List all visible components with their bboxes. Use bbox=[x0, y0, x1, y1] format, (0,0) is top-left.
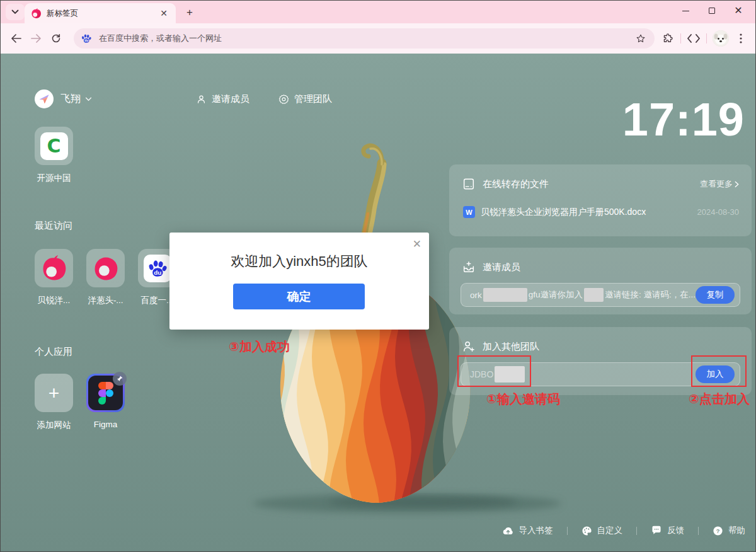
svg-text:du: du bbox=[84, 39, 88, 42]
chevron-right-icon bbox=[735, 181, 739, 188]
address-bar[interactable]: du 在百度中搜索，或者输入一个网址 bbox=[74, 28, 655, 49]
window-minimize-button[interactable] bbox=[672, 1, 699, 20]
paper-plane-logo-icon bbox=[38, 93, 50, 105]
reload-button[interactable] bbox=[46, 28, 66, 49]
team-header: 飞翔 邀请成员 管理团队 bbox=[35, 89, 332, 108]
pushpin-icon bbox=[116, 375, 123, 382]
maximize-icon bbox=[709, 8, 715, 14]
code-brackets-icon bbox=[687, 34, 700, 43]
tab-new-tab-page[interactable]: 新标签页 ✕ bbox=[25, 3, 176, 23]
footer-label: 反馈 bbox=[667, 525, 684, 536]
personal-section-title: 个人应用 bbox=[35, 346, 72, 358]
minimize-icon bbox=[682, 11, 689, 11]
file-name: 贝锐洋葱头企业浏览器用户手册500K.docx bbox=[481, 207, 697, 218]
window-controls: ✕ bbox=[672, 1, 752, 21]
manage-team-label: 管理团队 bbox=[294, 93, 332, 105]
modal-close-icon[interactable]: ✕ bbox=[413, 238, 421, 251]
profile-avatar[interactable] bbox=[713, 30, 729, 47]
feedback-button[interactable]: 反馈 bbox=[651, 525, 684, 536]
word-doc-icon: W bbox=[463, 206, 475, 218]
invite-link-text: orkgfu邀请你加入邀请链接: 邀请码:，在... bbox=[470, 288, 696, 302]
svg-text:du: du bbox=[154, 268, 161, 275]
app-label: 添加网站 bbox=[35, 420, 73, 431]
arrow-right-icon bbox=[31, 34, 42, 43]
invite-link-field[interactable]: orkgfu邀请你加入邀请链接: 邀请码:，在... 复制 bbox=[461, 283, 740, 307]
extensions-button[interactable] bbox=[658, 29, 677, 48]
chevron-down-icon bbox=[11, 9, 19, 14]
file-row[interactable]: W 贝锐洋葱头企业浏览器用户手册500K.docx 2024-08-30 bbox=[449, 191, 752, 218]
app-tile-onion[interactable]: 洋葱头-... bbox=[86, 249, 125, 306]
bookmark-star-icon[interactable] bbox=[633, 31, 648, 46]
manage-team-button[interactable]: 管理团队 bbox=[278, 93, 332, 105]
modal-title: 欢迎加入yinxh5的团队 bbox=[169, 252, 429, 271]
inbox-plus-icon bbox=[462, 260, 476, 274]
customize-button[interactable]: 自定义 bbox=[581, 525, 623, 536]
figma-logo-icon bbox=[98, 382, 113, 405]
copy-button[interactable]: 复制 bbox=[696, 286, 735, 304]
new-tab-page: 飞翔 邀请成员 管理团队 17:19 C 开源中国 最近访问 bbox=[1, 54, 755, 551]
footer-label: 导入书签 bbox=[519, 525, 553, 536]
panel-title: 加入其他团队 bbox=[483, 341, 739, 353]
cloud-upload-icon bbox=[502, 526, 514, 536]
team-name[interactable]: 飞翔 bbox=[60, 93, 81, 106]
chat-bubble-icon bbox=[651, 526, 662, 536]
redaction-block bbox=[584, 288, 604, 302]
invite-members-panel: 邀请成员 orkgfu邀请你加入邀请链接: 邀请码:，在... 复制 bbox=[449, 248, 752, 314]
tab-title: 新标签页 bbox=[47, 8, 158, 19]
forward-button[interactable] bbox=[26, 28, 46, 49]
redaction-block bbox=[483, 288, 527, 302]
tab-close-icon[interactable]: ✕ bbox=[158, 8, 169, 19]
recent-section-title: 最近访问 bbox=[35, 220, 72, 232]
window-maximize-button[interactable] bbox=[699, 1, 725, 20]
app-label: 开源中国 bbox=[35, 173, 73, 184]
annotation-step2: ②点击加入 bbox=[689, 391, 750, 408]
online-files-panel: 在线转存的文件 查看更多 W 贝锐洋葱头企业浏览器用户手册500K.docx 2… bbox=[449, 164, 752, 236]
gear-icon bbox=[278, 94, 289, 105]
team-avatar[interactable] bbox=[35, 89, 54, 108]
modal-ok-button[interactable]: 确定 bbox=[233, 284, 365, 309]
invite-members-button[interactable]: 邀请成员 bbox=[196, 93, 249, 105]
footer-links: 导入书签 自定义 反馈 ? 帮助 bbox=[502, 525, 746, 536]
view-more-link[interactable]: 查看更多 bbox=[700, 178, 739, 190]
invite-code-value: JDBO bbox=[470, 366, 525, 382]
new-tab-button[interactable]: + bbox=[182, 5, 197, 20]
onion-favicon-icon bbox=[31, 8, 42, 19]
footer-label: 自定义 bbox=[597, 525, 623, 536]
help-button[interactable]: ? 帮助 bbox=[713, 525, 745, 536]
footer-divider bbox=[567, 527, 568, 535]
annotation-step3: ③加入成功 bbox=[229, 338, 290, 355]
team-chevron-down-icon[interactable] bbox=[85, 97, 92, 101]
clock: 17:19 bbox=[622, 93, 745, 146]
back-button[interactable] bbox=[6, 28, 26, 49]
svg-text:?: ? bbox=[716, 527, 720, 534]
view-more-label: 查看更多 bbox=[700, 178, 733, 190]
person-plus-icon bbox=[462, 340, 476, 354]
browser-window: 新标签页 ✕ + ✕ du 在百度中搜索，或者输入一个网址 bbox=[0, 0, 756, 552]
toolbar-divider bbox=[706, 33, 707, 43]
import-bookmarks-button[interactable]: 导入书签 bbox=[502, 525, 553, 536]
window-close-button[interactable]: ✕ bbox=[725, 1, 752, 20]
add-website-tile[interactable]: + 添加网站 bbox=[35, 374, 73, 431]
person-icon bbox=[196, 94, 207, 105]
tab-strip: 新标签页 ✕ + ✕ bbox=[1, 1, 755, 23]
panel-title: 在线转存的文件 bbox=[483, 178, 700, 190]
dev-mode-button[interactable] bbox=[684, 29, 703, 48]
app-tile-beirui[interactable]: 贝锐洋... bbox=[35, 249, 73, 306]
onion-logo-icon bbox=[41, 255, 67, 282]
address-placeholder[interactable]: 在百度中搜索，或者输入一个网址 bbox=[99, 33, 633, 44]
footer-label: 帮助 bbox=[728, 525, 745, 536]
invite-code-field[interactable]: JDBO 加入 bbox=[461, 362, 740, 386]
app-label: 洋葱头-... bbox=[86, 295, 125, 306]
browser-menu-button[interactable] bbox=[731, 29, 750, 48]
tab-search-button[interactable] bbox=[6, 4, 25, 20]
footer-divider bbox=[636, 527, 637, 535]
redaction-block bbox=[495, 366, 525, 382]
join-button[interactable]: 加入 bbox=[696, 365, 735, 383]
plus-icon: + bbox=[49, 382, 60, 404]
kebab-menu-icon bbox=[740, 33, 742, 43]
app-tile-figma[interactable]: Figma bbox=[86, 374, 125, 429]
app-tile-oschina[interactable]: C 开源中国 bbox=[35, 127, 73, 184]
pin-badge bbox=[113, 372, 127, 386]
annotation-step1: ①输入邀请码 bbox=[486, 391, 560, 408]
invite-code-text: JDBO bbox=[470, 369, 493, 379]
